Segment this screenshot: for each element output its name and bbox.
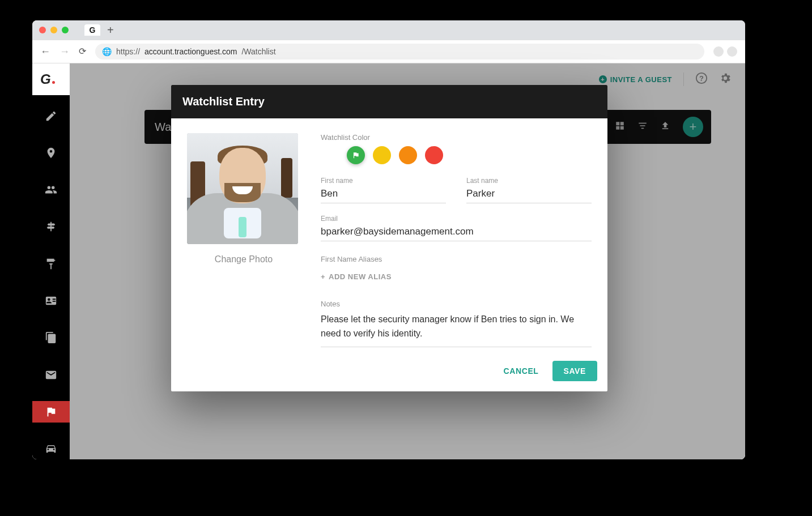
email-label: Email [321,215,592,223]
change-photo-button[interactable]: Change Photo [187,254,300,265]
titlebar: G + [32,20,745,40]
color-yellow[interactable] [373,146,391,164]
nav-copy-icon[interactable] [32,327,70,348]
url-path: /Watchlist [241,47,275,56]
profile-controls [713,46,737,57]
nav-people-icon[interactable] [32,180,70,201]
email-input[interactable] [321,224,592,241]
nav-signpost-icon[interactable] [32,216,70,237]
nav-car-icon[interactable] [32,438,70,459]
notes-label: Notes [321,300,592,308]
aliases-label: First Name Aliases [321,255,592,263]
color-green[interactable] [347,146,365,164]
minimize-window-icon[interactable] [50,27,57,33]
close-window-icon[interactable] [39,27,46,33]
watchlist-color-label: Watchlist Color [321,133,592,142]
tab-favicon: G [90,25,96,35]
side-nav [32,95,70,459]
browser-window: G + ← → ⟳ 🌐 https://account.tractiongues… [32,20,745,459]
color-red[interactable] [425,146,443,164]
notes-input[interactable]: Please let the security manager know if … [321,313,592,347]
window-controls [39,27,69,33]
nav-location-icon[interactable] [32,142,70,163]
nav-paint-icon[interactable] [32,253,70,274]
modal-title: Watchlist Entry [171,85,607,118]
reload-icon[interactable]: ⟳ [79,47,86,56]
watchlist-entry-modal: Watchlist Entry Change Photo Watchlist C… [171,85,607,391]
maximize-window-icon[interactable] [62,27,69,33]
add-alias-button[interactable]: + ADD NEW ALIAS [321,272,392,281]
nav-pen-icon[interactable] [32,105,70,126]
url-field[interactable]: 🌐 https://account.tractionguest.com/Watc… [95,44,704,59]
new-tab-button[interactable]: + [107,24,114,36]
add-alias-label: ADD NEW ALIAS [329,272,392,281]
last-name-input[interactable] [466,186,592,203]
cancel-button[interactable]: CANCEL [500,361,542,381]
color-picker [321,146,592,164]
nav-flag-icon[interactable] [32,401,70,422]
forward-icon[interactable]: → [59,46,70,57]
address-bar: ← → ⟳ 🌐 https://account.tractionguest.co… [32,40,745,63]
first-name-label: First name [321,177,446,185]
globe-icon: 🌐 [102,47,112,56]
url-prefix: https:// [116,47,140,56]
last-name-label: Last name [466,177,592,185]
nav-idcard-icon[interactable] [32,290,70,311]
nav-mail-icon[interactable] [32,364,70,385]
browser-tab[interactable]: G [84,24,100,36]
color-orange[interactable] [399,146,417,164]
modal-footer: CANCEL SAVE [171,359,607,391]
url-domain: account.tractionguest.com [144,47,237,56]
back-icon[interactable]: ← [40,46,50,57]
app-root: G + INVITE A GUEST ? [32,63,745,459]
save-button[interactable]: SAVE [552,361,598,381]
plus-icon: + [321,272,325,281]
app-logo: G [40,71,55,87]
profile-photo [187,133,298,244]
first-name-input[interactable] [321,186,446,203]
